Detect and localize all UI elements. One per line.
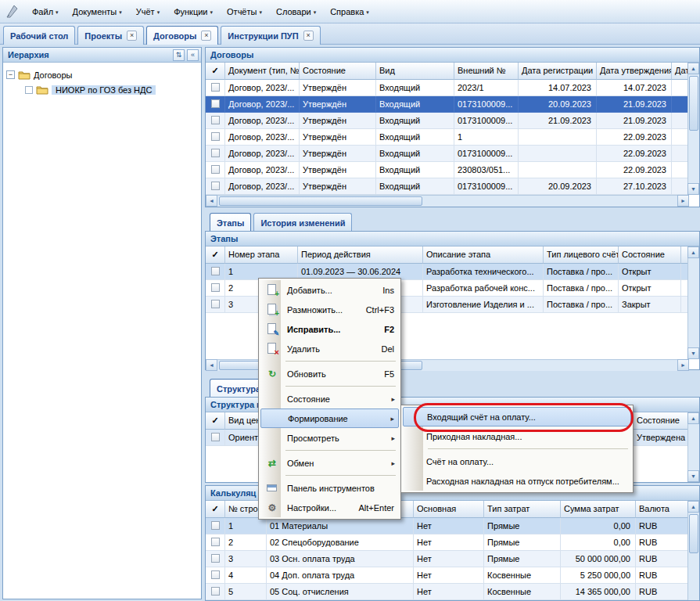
menu-documents[interactable]: Документы▾: [66, 4, 129, 20]
table-row-selected[interactable]: 1 01 Материалы Нет Прямые 0,00 RUB: [206, 518, 699, 534]
column-header-kind[interactable]: Вид: [376, 63, 454, 80]
menu-item-formation[interactable]: Формирование ▸: [260, 408, 399, 428]
close-icon[interactable]: ×: [127, 31, 137, 41]
menu-item-exchange[interactable]: ⇄ Обмен ▸: [260, 453, 399, 473]
row-checkbox[interactable]: [206, 584, 225, 600]
column-header-desc[interactable]: Описание этапа: [423, 247, 544, 264]
menu-help[interactable]: Справка▾: [323, 4, 376, 20]
scroll-right-icon[interactable]: ►: [677, 195, 689, 207]
menu-item-settings[interactable]: ⚙ Настройки... Alt+Enter: [260, 498, 399, 517]
row-checkbox[interactable]: [206, 430, 225, 446]
scroll-thumb[interactable]: [219, 196, 422, 206]
collapse-panel-icon[interactable]: «: [187, 49, 199, 61]
row-checkbox[interactable]: [206, 297, 225, 313]
row-checkbox[interactable]: [206, 280, 225, 297]
row-checkbox[interactable]: [206, 162, 225, 178]
column-header-currency[interactable]: Валюта: [636, 501, 687, 518]
table-row[interactable]: Договор, 2023/... Утверждён Входящий 017…: [206, 178, 699, 195]
tree-node-root[interactable]: − Договоры: [6, 67, 198, 82]
row-checkbox[interactable]: [206, 129, 225, 146]
scroll-thumb[interactable]: [689, 514, 698, 553]
column-header-account[interactable]: Тип лицевого счёт: [544, 247, 619, 264]
column-header-state[interactable]: Состояние: [300, 63, 376, 80]
column-header-approve[interactable]: Дата утверждения: [597, 63, 672, 80]
column-header-type[interactable]: Тип затрат: [484, 501, 561, 518]
scroll-right-icon[interactable]: ►: [677, 359, 689, 371]
row-checkbox[interactable]: [206, 113, 225, 129]
column-header-period[interactable]: Период действия: [298, 247, 423, 264]
select-all-column-header[interactable]: ✓: [206, 247, 225, 264]
column-header-doc[interactable]: Документ (тип, №: [225, 63, 300, 80]
table-row[interactable]: 2 02 Спецоборудование Нет Прямые 0,00 RU…: [206, 534, 699, 551]
table-row[interactable]: Договор, 2023/... Утверждён Входящий 230…: [206, 162, 699, 178]
menu-dictionaries[interactable]: Словари▾: [269, 4, 323, 20]
scroll-up-icon[interactable]: ▲: [687, 501, 699, 513]
calculation-vertical-scrollbar[interactable]: ▲: [687, 501, 699, 600]
scroll-left-icon[interactable]: ◄: [206, 195, 217, 207]
column-header-state[interactable]: Состояние: [619, 247, 681, 264]
scroll-down-icon[interactable]: ▼: [687, 183, 699, 195]
table-row-selected[interactable]: Договор, 2023/... Утверждён Входящий 017…: [206, 96, 699, 113]
menu-item-state[interactable]: Состояние ▸: [260, 389, 399, 408]
row-checkbox[interactable]: [206, 96, 225, 113]
tab-history[interactable]: История изменений: [253, 213, 352, 232]
table-row[interactable]: Договор, 2023/... Утверждён Входящий 017…: [206, 146, 699, 162]
tab-projects[interactable]: Проекты×: [77, 26, 144, 45]
submenu-item-expense-note[interactable]: Расходная накладная на отпуск потребител…: [403, 471, 631, 491]
menu-item-edit[interactable]: Исправить... F2: [260, 319, 399, 339]
sort-icon[interactable]: ⇅: [173, 49, 185, 61]
menu-item-delete[interactable]: Удалить Del: [260, 339, 399, 358]
contracts-horizontal-scrollbar[interactable]: ◄ ►: [206, 195, 689, 207]
menu-functions[interactable]: Функции▾: [167, 4, 220, 20]
submenu-item-receipt-note[interactable]: Приходная накладная...: [403, 426, 631, 446]
scroll-up-icon[interactable]: ▲: [687, 63, 699, 74]
scroll-left-icon[interactable]: ◄: [206, 359, 217, 371]
structure-vertical-scrollbar[interactable]: ▲ ▼: [687, 412, 699, 482]
table-row[interactable]: 4 04 Доп. оплата труда Нет Косвенные 5 2…: [206, 567, 699, 584]
scroll-up-icon[interactable]: ▲: [687, 412, 699, 424]
menu-item-refresh[interactable]: ↻ Обновить F5: [260, 364, 399, 383]
row-checkbox[interactable]: [206, 178, 225, 195]
tab-stages[interactable]: Этапы: [210, 213, 251, 232]
table-row[interactable]: 5 05 Соц. отчисления Нет Косвенные 14 36…: [206, 584, 699, 600]
contracts-vertical-scrollbar[interactable]: ▲ ▼: [687, 63, 699, 195]
table-row[interactable]: 3 03 Осн. оплата труда Нет Прямые 50 000…: [206, 551, 699, 567]
scroll-down-icon[interactable]: ▼: [687, 347, 699, 359]
column-header-num[interactable]: Номер этапа: [225, 247, 298, 264]
submenu-item-invoice[interactable]: Счёт на оплату...: [403, 452, 631, 471]
column-header-main[interactable]: Основная: [414, 501, 484, 518]
row-checkbox[interactable]: [206, 534, 225, 551]
row-checkbox[interactable]: [206, 567, 225, 584]
tree-node-child[interactable]: НИОКР по ГОЗ без НДС: [25, 82, 198, 97]
select-all-column-header[interactable]: ✓: [206, 63, 225, 80]
table-row[interactable]: Договор, 2023/... Утверждён Входящий 202…: [206, 80, 699, 96]
row-checkbox[interactable]: [206, 518, 225, 534]
tab-instructions[interactable]: Инструкции ПУП×: [221, 26, 320, 45]
tab-desktop[interactable]: Рабочий стол: [3, 26, 75, 45]
close-icon[interactable]: ×: [201, 31, 211, 41]
row-checkbox[interactable]: [206, 146, 225, 162]
column-header-state[interactable]: Состояние: [634, 412, 687, 430]
column-header-sum[interactable]: Сумма затрат: [561, 501, 636, 518]
table-row[interactable]: Договор, 2023/... Утверждён Входящий 017…: [206, 113, 699, 129]
scroll-up-icon[interactable]: ▲: [687, 247, 699, 258]
menu-reports[interactable]: Отчёты▾: [220, 4, 269, 20]
row-checkbox[interactable]: [206, 551, 225, 567]
column-header-reg[interactable]: Дата регистрации: [519, 63, 597, 80]
select-all-column-header[interactable]: ✓: [206, 412, 225, 430]
close-icon[interactable]: ×: [303, 31, 314, 41]
select-all-column-header[interactable]: ✓: [206, 501, 225, 518]
row-checkbox[interactable]: [206, 80, 225, 96]
menu-item-duplicate[interactable]: Размножить... Ctrl+F3: [260, 300, 399, 319]
column-header-date[interactable]: Дата: [672, 63, 687, 80]
column-header-ext[interactable]: Внешний №: [454, 63, 519, 80]
menu-file[interactable]: Файл▾: [25, 4, 66, 20]
scroll-down-icon[interactable]: ▼: [687, 470, 699, 482]
menu-item-view[interactable]: Просмотреть ▸: [260, 428, 399, 448]
tree-expand-icon[interactable]: −: [6, 70, 15, 79]
menu-item-add[interactable]: Добавить... Ins: [260, 280, 399, 300]
stages-vertical-scrollbar[interactable]: ▲ ▼: [687, 247, 699, 359]
table-row[interactable]: Договор, 2023/... Утверждён Входящий 1 2…: [206, 129, 699, 146]
menu-accounting[interactable]: Учёт▾: [129, 4, 167, 20]
tree-checkbox[interactable]: [25, 86, 33, 94]
